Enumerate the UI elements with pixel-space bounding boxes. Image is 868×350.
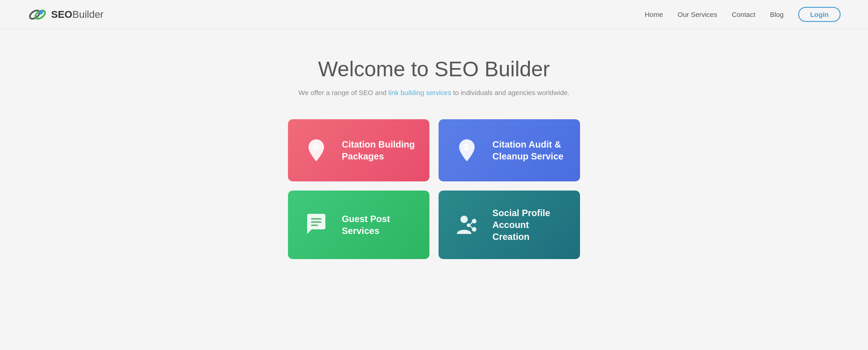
main-content: Welcome to SEO Builder We offer a range … [0,29,868,277]
guest-post-icon [302,210,331,239]
citation-building-icon [302,136,331,165]
nav-blog[interactable]: Blog [770,11,784,18]
nav: Home Our Services Contact Blog Login [645,7,841,22]
link-building-link[interactable]: link building services [388,89,451,96]
nav-contact[interactable]: Contact [732,11,755,18]
services-grid: Citation Building Packages Citation Audi… [288,119,580,259]
service-card-guest-post[interactable]: Guest Post Services [288,191,429,259]
service-card-citation-audit[interactable]: Citation Audit & Cleanup Service [439,119,580,181]
service-card-social-profile[interactable]: Social Profile Account Creation [439,191,580,259]
logo-icon [27,6,47,23]
header: SEOBuilder Home Our Services Contact Blo… [0,0,868,29]
svg-point-12 [467,223,471,227]
social-profile-icon [452,210,481,239]
nav-home[interactable]: Home [645,11,663,18]
service-label-citation-audit: Citation Audit & Cleanup Service [492,138,566,162]
svg-line-13 [471,222,472,224]
logo-text: SEOBuilder [51,9,104,21]
service-card-citation-building[interactable]: Citation Building Packages [288,119,429,181]
hero-title: Welcome to SEO Builder [318,57,550,81]
svg-point-11 [472,227,476,232]
svg-point-10 [472,219,476,223]
citation-audit-icon [452,136,481,165]
service-label-social-profile: Social Profile Account Creation [492,207,566,243]
nav-our-services[interactable]: Our Services [678,11,717,18]
login-button[interactable]: Login [798,7,841,22]
svg-point-9 [460,216,468,223]
service-label-citation-building: Citation Building Packages [342,138,416,162]
hero-subtitle: We offer a range of SEO and link buildin… [298,89,570,96]
service-label-guest-post: Guest Post Services [342,213,416,237]
logo: SEOBuilder [27,6,104,23]
svg-line-14 [471,226,472,228]
